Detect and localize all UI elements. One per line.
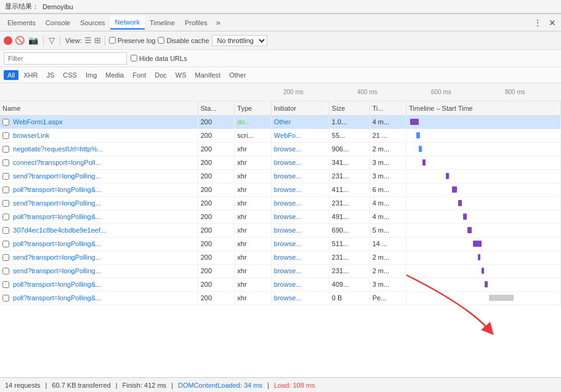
row-checkbox[interactable] <box>2 173 9 180</box>
cell-type: xhr <box>235 278 272 291</box>
cell-status: 200 <box>198 237 235 250</box>
network-table-wrapper[interactable]: Name Sta... Type Initiator Size Ti... Ti… <box>0 102 561 377</box>
row-checkbox[interactable] <box>2 200 9 207</box>
filter-button[interactable]: ▽ <box>47 36 56 45</box>
type-tab-ws[interactable]: WS <box>172 70 190 80</box>
table-row[interactable]: browserLink 200 scri... WebFo... 55... 2… <box>0 129 561 142</box>
cell-size: 690... <box>329 223 369 237</box>
table-row[interactable]: poll?transport=longPolling&... 200 xhr b… <box>0 278 561 291</box>
cell-name-link[interactable]: 307d4ec1c8be4cbdbe9e1eef... <box>13 226 106 234</box>
cell-name-link[interactable]: poll?transport=longPolling&... <box>13 294 101 302</box>
type-tab-js[interactable]: JS <box>42 70 58 80</box>
row-checkbox[interactable] <box>2 119 9 126</box>
col-time[interactable]: Ti... <box>369 102 406 115</box>
tab-profiles[interactable]: Profiles <box>180 17 212 29</box>
col-status[interactable]: Sta... <box>198 102 235 115</box>
tab-console[interactable]: Console <box>41 17 75 29</box>
cell-name-link[interactable]: poll?transport=longPolling&... <box>13 240 101 247</box>
cell-name-link[interactable]: send?transport=longPolling... <box>13 254 101 261</box>
cell-status: 200 <box>198 250 235 264</box>
type-tab-manifest[interactable]: Manifest <box>192 70 225 80</box>
type-tab-all[interactable]: All <box>4 70 18 80</box>
row-checkbox[interactable] <box>2 295 9 302</box>
cell-type: xhr <box>235 264 272 278</box>
tabs-more-button[interactable]: » <box>212 15 224 30</box>
table-row[interactable]: send?transport=longPolling... 200 xhr br… <box>0 250 561 264</box>
type-tab-media[interactable]: Media <box>102 70 127 80</box>
cell-name-link[interactable]: send?transport=longPolling... <box>13 172 101 180</box>
tl-mark-400: 400 ms <box>357 89 377 95</box>
filter-input[interactable] <box>4 52 127 65</box>
tab-elements[interactable]: Elements <box>2 17 41 29</box>
disable-cache-input[interactable] <box>158 37 164 44</box>
table-row[interactable]: poll?transport=longPolling&... 200 xhr b… <box>0 183 561 196</box>
hide-data-urls-input[interactable] <box>131 55 137 62</box>
preserve-log-checkbox[interactable]: Preserve log <box>109 37 156 44</box>
cell-name-link[interactable]: WebForm1.aspx <box>13 118 63 126</box>
row-checkbox[interactable] <box>2 186 9 193</box>
disable-cache-checkbox[interactable]: Disable cache <box>158 37 209 44</box>
row-checkbox[interactable] <box>2 159 9 166</box>
col-initiator[interactable]: Initiator <box>271 102 329 115</box>
record-button[interactable] <box>4 36 12 45</box>
col-timeline[interactable]: Timeline – Start Time <box>406 102 561 115</box>
cell-timeline <box>406 169 561 183</box>
cell-name-link[interactable]: poll?transport=longPolling&... <box>13 281 101 288</box>
row-checkbox[interactable] <box>2 241 9 247</box>
type-tab-font[interactable]: Font <box>129 70 150 80</box>
table-row[interactable]: poll?transport=longPolling&... 200 xhr b… <box>0 210 561 223</box>
cell-name-link[interactable]: poll?transport=longPolling&... <box>13 213 101 220</box>
hide-data-urls-checkbox[interactable]: Hide data URLs <box>131 55 187 62</box>
type-tab-doc[interactable]: Doc <box>151 70 171 80</box>
table-row[interactable]: poll?transport=longPolling&... 200 xhr b… <box>0 291 561 305</box>
cell-name-link[interactable]: browserLink <box>13 132 49 139</box>
table-row[interactable]: connect?transport=longPoll... 200 xhr br… <box>0 156 561 169</box>
camera-button[interactable]: 📷 <box>27 36 39 45</box>
cell-name-link[interactable]: poll?transport=longPolling&... <box>13 186 101 193</box>
col-size[interactable]: Size <box>329 102 369 115</box>
col-type[interactable]: Type <box>235 102 272 115</box>
cell-name-link[interactable]: connect?transport=longPoll... <box>13 159 101 166</box>
stop-button[interactable]: 🚫 <box>15 36 25 45</box>
cell-size: 0 B <box>329 291 369 305</box>
row-checkbox[interactable] <box>2 227 9 234</box>
col-name[interactable]: Name <box>0 102 198 115</box>
preserve-log-input[interactable] <box>109 37 116 44</box>
cell-name-link[interactable]: negotiate?requestUrl=http%... <box>13 145 103 153</box>
cell-size: 231... <box>329 196 369 210</box>
table-row[interactable]: send?transport=longPolling... 200 xhr br… <box>0 169 561 183</box>
table-row[interactable]: send?transport=longPolling... 200 xhr br… <box>0 264 561 278</box>
row-checkbox[interactable] <box>2 268 9 274</box>
type-tab-img[interactable]: Img <box>82 70 100 80</box>
table-row[interactable]: WebForm1.aspx 200 do... Other 1.0... 4 m… <box>0 115 561 129</box>
type-tab-xhr[interactable]: XHR <box>20 70 41 80</box>
cell-name-link[interactable]: send?transport=longPolling... <box>13 199 101 207</box>
throttle-select[interactable]: No throttling <box>212 35 267 46</box>
cell-size: 55... <box>329 129 369 142</box>
cell-name-link[interactable]: send?transport=longPolling... <box>13 267 101 274</box>
tab-timeline[interactable]: Timeline <box>145 17 180 29</box>
row-checkbox[interactable] <box>2 214 9 220</box>
type-tab-css[interactable]: CSS <box>59 70 81 80</box>
cell-initiator: browse... <box>271 196 329 210</box>
settings-icon[interactable]: ⋮ <box>531 17 544 29</box>
type-tab-other[interactable]: Other <box>225 70 250 80</box>
table-row[interactable]: 307d4ec1c8be4cbdbe9e1eef... 200 xhr brow… <box>0 223 561 237</box>
view-detail-icon[interactable]: ⊞ <box>94 36 101 45</box>
row-checkbox[interactable] <box>2 146 9 153</box>
row-checkbox[interactable] <box>2 281 9 288</box>
tab-sources[interactable]: Sources <box>75 17 110 29</box>
view-list-icon[interactable]: ☰ <box>84 36 92 45</box>
table-row[interactable]: poll?transport=longPolling&... 200 xhr b… <box>0 237 561 250</box>
cell-time: 4 m... <box>369 210 406 223</box>
table-row[interactable]: send?transport=longPolling... 200 xhr br… <box>0 196 561 210</box>
cell-type: xhr <box>235 156 272 169</box>
row-checkbox[interactable] <box>2 254 9 261</box>
close-icon[interactable]: ✕ <box>546 17 559 29</box>
cell-initiator: browse... <box>271 156 329 169</box>
tab-network[interactable]: Network <box>110 16 145 30</box>
table-row[interactable]: negotiate?requestUrl=http%... 200 xhr br… <box>0 142 561 156</box>
cell-time: 6 m... <box>369 183 406 196</box>
cell-timeline <box>406 250 561 264</box>
row-checkbox[interactable] <box>2 132 9 139</box>
